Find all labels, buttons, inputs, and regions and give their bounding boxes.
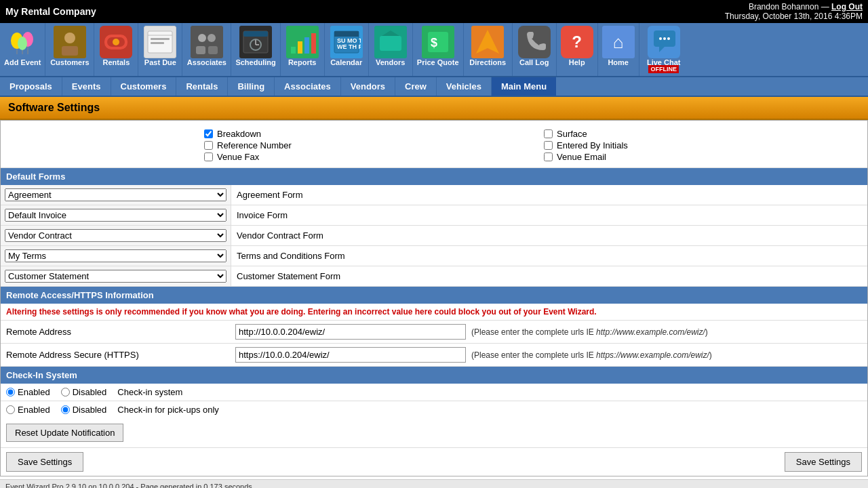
footer: Event Wizard Pro 2.9.10 on 10.0.0.204 - … [0,479,868,488]
svg-rect-29 [334,31,359,37]
checkbox-refnum: Reference Number [204,140,517,150]
svg-rect-26 [304,37,309,54]
nav-pastdue[interactable]: Past Due [138,23,182,76]
surface-checkbox[interactable] [544,129,553,138]
save-settings-button-left[interactable]: Save Settings [6,452,83,472]
myterms-select[interactable]: My Terms [5,249,226,262]
svg-point-16 [208,34,216,42]
user-info: Brandon Bohannon — Log Out Thursday, Oct… [725,2,863,21]
breakdown-checkbox[interactable] [204,129,213,138]
checkin2-description: Check-in for pick-ups only [117,405,219,415]
svg-point-39 [667,37,670,40]
checkbox-venuefax: Venue Fax [204,152,517,162]
reset-button[interactable]: Reset Update Notification [6,424,123,442]
svg-point-6 [64,33,75,43]
svg-text:$: $ [431,36,437,49]
svg-point-15 [198,34,206,42]
nav-rentals[interactable]: Rentals [94,23,138,76]
remote-secure-hint: (Please enter the complete urls IE https… [471,350,712,360]
subnav-rentals[interactable]: Rentals [176,77,228,96]
svg-rect-14 [151,42,164,44]
subnav-vendors[interactable]: Vendors [341,77,395,96]
remote-secure-input[interactable] [235,347,466,363]
checkin1-disabled-radio[interactable] [61,388,70,396]
checkbox-venueemail: Venue Email [544,152,856,162]
remote-address-hint: (Please enter the complete urls IE http:… [471,327,708,337]
subnav-mainmenu[interactable]: Main Menu [492,77,556,96]
subnav-customers[interactable]: Customers [111,77,177,96]
svg-rect-20 [243,31,268,37]
agreement-value: Agreement Form [231,186,309,203]
subnav-associates[interactable]: Associates [275,77,341,96]
venuefax-checkbox[interactable] [204,152,213,161]
venueemail-label: Venue Email [557,152,606,162]
svg-marker-36 [476,30,499,54]
nav-vendors[interactable]: Vendors [369,23,413,76]
svg-rect-17 [196,46,205,54]
checkin-header: Check-In System [1,367,867,384]
subnav-crew[interactable]: Crew [395,77,437,96]
checkbox-surface: Surface [544,129,856,139]
nav-help[interactable]: ? Help [557,23,598,76]
remote-access-header: Remote Access/HTTPS Information [1,287,867,304]
agreement-select[interactable]: Agreement [5,188,226,201]
venuefax-label: Venue Fax [217,152,259,162]
checkbox-breakdown: Breakdown [204,129,517,139]
remote-secure-label: Remote Address Secure (HTTPS) [6,350,230,360]
nav-pricequote[interactable]: $ Price Quote [413,23,464,76]
subnav-billing[interactable]: Billing [228,77,275,96]
venueemail-checkbox[interactable] [544,152,553,161]
remote-address-input[interactable] [235,324,466,340]
enteredby-checkbox[interactable] [544,141,553,150]
logout-link[interactable]: Log Out [831,2,863,12]
nav-livechat[interactable]: Live Chat OFFLINE [639,23,688,76]
subnav-events[interactable]: Events [62,77,111,96]
remote-warning: Altering these settings is only recommen… [1,304,867,321]
footer-line1: Event Wizard Pro 2.9.10 on 10.0.0.204 - … [5,483,863,488]
nav-reports[interactable]: Reports [281,23,325,76]
nav-directions[interactable]: Directions [464,23,513,76]
page-title: Software Settings [0,97,868,120]
datetime: Thursday, October 13th, 2016 4:36PM [725,12,863,21]
refnum-checkbox[interactable] [204,141,213,150]
svg-rect-7 [62,46,78,56]
checkin1-disabled-label: Disabled [73,387,107,397]
save-settings-button-right[interactable]: Save Settings [785,452,862,472]
svg-point-38 [663,37,666,40]
svg-point-10 [113,39,119,45]
refnum-label: Reference Number [217,140,292,150]
checkin-section: Check-In System Enabled Disabled Check-i… [1,367,867,418]
nav-calllog[interactable]: Call Log [513,23,557,76]
svg-rect-13 [151,38,170,40]
invoice-value: Invoice Form [231,207,293,224]
checkin2-enabled-radio[interactable] [6,405,15,414]
nav-associates[interactable]: Associates [182,23,231,76]
livechat-status: OFFLINE [648,65,679,73]
subnav-proposals[interactable]: Proposals [0,77,62,96]
vendor-contract-select[interactable]: Vendor Contract [5,229,226,242]
remote-address-label: Remote Address [6,327,230,337]
statement-select[interactable]: Customer Statement [5,270,226,283]
checkin1-enabled-radio[interactable] [6,388,15,396]
nav-customers[interactable]: Customers [45,23,94,76]
nav-add-event[interactable]: Add Event [0,23,45,76]
subnav-vehicles[interactable]: Vehicles [437,77,492,96]
svg-point-37 [659,37,662,40]
nav-home[interactable]: ⌂ Home [598,23,639,76]
settings-content: Breakdown Surface Reference Number Enter… [0,120,868,476]
checkbox-enteredby: Entered By Initials [544,140,856,150]
nav-calendar[interactable]: SU MO TUWE TH FR Calendar [325,23,369,76]
svg-point-2 [18,37,27,50]
enteredby-label: Entered By Initials [557,140,628,150]
svg-marker-33 [382,30,399,36]
nav-scheduling[interactable]: Scheduling [231,23,280,76]
vendor-contract-value: Vendor Contract Form [231,227,329,244]
checkin1-description: Check-in system [117,387,182,397]
checkin2-disabled-radio[interactable] [61,405,70,414]
default-forms-section: Default Forms Agreement Agreement Form D… [1,168,867,287]
svg-rect-27 [311,33,316,54]
remote-secure-row: Remote Address Secure (HTTPS) (Please en… [1,344,867,367]
svg-rect-18 [208,46,218,54]
invoice-select[interactable]: Default Invoice [5,209,226,222]
statement-value: Customer Statement Form [231,268,346,285]
